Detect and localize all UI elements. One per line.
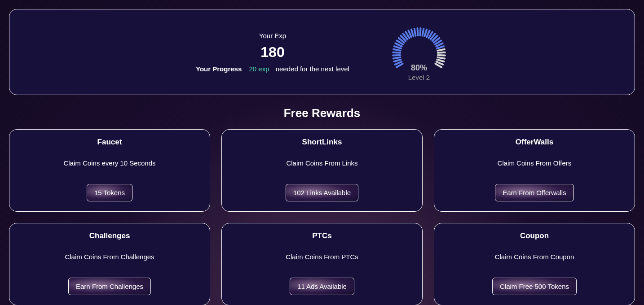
reward-card-coupon: Coupon Claim Coins From Coupon Claim Fre… [434, 223, 635, 305]
progress-label: Your Progress [196, 65, 242, 73]
svg-line-28 [437, 46, 444, 48]
svg-line-5 [393, 52, 400, 53]
section-title: Free Rewards [9, 106, 635, 120]
card-desc: Claim Coins From Offers [498, 159, 572, 167]
svg-line-29 [437, 49, 445, 51]
svg-line-33 [437, 60, 444, 61]
svg-line-6 [393, 49, 401, 51]
svg-line-17 [417, 28, 418, 35]
svg-line-20 [424, 30, 427, 36]
svg-line-4 [393, 55, 400, 56]
progress-card: Your Exp 180 Your Progress 20 exp needed… [9, 9, 635, 95]
card-title: PTCs [312, 231, 331, 240]
card-title: Faucet [97, 138, 122, 147]
challenges-button[interactable]: Earn From Challenges [68, 278, 151, 295]
exp-value: 180 [196, 44, 349, 61]
exp-needed-amount: 20 exp [249, 65, 269, 73]
svg-line-32 [437, 57, 445, 59]
coupon-button[interactable]: Claim Free 500 Tokens [492, 278, 577, 295]
gauge-level: Level 2 [408, 74, 430, 81]
progress-wrap: Your Exp 180 Your Progress 20 exp needed… [196, 23, 448, 81]
card-desc: Claim Coins every 10 Seconds [63, 159, 155, 167]
svg-line-3 [393, 57, 401, 59]
card-title: ShortLinks [302, 138, 342, 147]
card-desc: Claim Coins From PTCs [286, 253, 358, 261]
reward-card-offerwalls: OfferWalls Claim Coins From Offers Earn … [434, 129, 635, 212]
svg-line-15 [411, 30, 414, 36]
reward-card-challenges: Challenges Claim Coins From Challenges E… [9, 223, 210, 305]
exp-needed-text: needed for the next level [276, 65, 349, 73]
card-desc: Claim Coins From Challenges [65, 253, 154, 261]
rewards-grid: Faucet Claim Coins every 10 Seconds 15 T… [9, 129, 635, 305]
svg-line-2 [394, 60, 401, 61]
svg-line-18 [420, 28, 420, 35]
progress-info: Your Exp 180 Your Progress 20 exp needed… [196, 32, 349, 73]
card-title: Challenges [89, 231, 130, 240]
exp-label: Your Exp [196, 32, 349, 39]
exp-needed: Your Progress 20 exp needed for the next… [196, 65, 349, 73]
card-desc: Claim Coins From Coupon [495, 253, 574, 261]
svg-line-19 [422, 29, 423, 36]
svg-line-16 [415, 29, 416, 36]
offerwalls-button[interactable]: Earn From Offerwalls [495, 184, 573, 201]
svg-line-31 [438, 55, 445, 56]
svg-line-30 [438, 52, 445, 53]
shortlinks-button[interactable]: 102 Links Available [286, 184, 358, 201]
reward-card-faucet: Faucet Claim Coins every 10 Seconds 15 T… [9, 129, 210, 212]
card-title: OfferWalls [516, 138, 553, 147]
ptcs-button[interactable]: 11 Ads Available [290, 278, 354, 295]
svg-line-7 [394, 46, 401, 48]
gauge-percent: 80% [411, 63, 427, 73]
card-title: Coupon [520, 231, 549, 240]
reward-card-shortlinks: ShortLinks Claim Coins From Links 102 Li… [221, 129, 423, 212]
faucet-button[interactable]: 15 Tokens [87, 184, 132, 201]
progress-gauge: 80% Level 2 [390, 23, 448, 81]
card-desc: Claim Coins From Links [286, 159, 357, 167]
reward-card-ptcs: PTCs Claim Coins From PTCs 11 Ads Availa… [221, 223, 423, 305]
